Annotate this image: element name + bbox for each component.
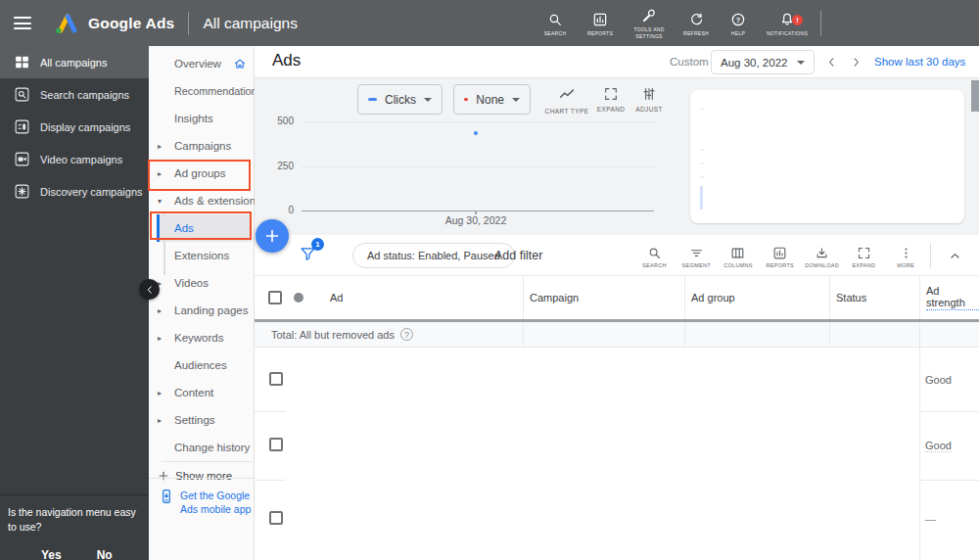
add-filter-button[interactable]: Add filter — [494, 235, 542, 276]
next-date-button[interactable] — [845, 51, 866, 72]
columns-button[interactable]: COLUMNS — [718, 239, 760, 274]
chevron-right-icon: ▸ — [158, 389, 162, 397]
nav-item-ads-extensions[interactable]: ▾Ads & extensions — [149, 187, 254, 214]
table-header-row: Ad Campaign Ad group Status Ad strength — [255, 276, 979, 319]
nav-item-change-history[interactable]: Change history — [149, 434, 254, 461]
ad-strength-value: Good — [925, 374, 952, 386]
table-search-button[interactable]: SEARCH — [633, 239, 676, 274]
topbar: Google Ads All campaigns SEARCH REPORTS … — [0, 0, 979, 46]
sidebar-item-discovery-campaigns[interactable]: Discovery campaigns — [0, 175, 149, 208]
nav-item-recommendations[interactable]: Recommendations — [149, 77, 254, 105]
y-axis-tick-0: 0 — [258, 205, 294, 215]
date-range-mode: Custom — [670, 56, 709, 68]
filter-count-badge: 1 — [311, 238, 324, 251]
series-color-swatch — [464, 98, 468, 102]
notifications-button[interactable]: NOTIFICATIONS ! — [759, 10, 816, 37]
status-dot-icon — [294, 293, 303, 303]
nav-item-ads[interactable]: Ads — [157, 214, 252, 242]
download-button[interactable]: DOWNLOAD — [801, 239, 843, 274]
column-header-ad-strength[interactable]: Ad strength — [919, 276, 979, 319]
nav-item-insights[interactable]: Insights — [149, 105, 254, 132]
gridline — [302, 166, 654, 167]
create-ad-button[interactable] — [256, 219, 289, 253]
page-title: Ads — [272, 51, 301, 70]
main-menu-icon[interactable] — [14, 17, 31, 29]
sidebar-item-display-campaigns[interactable]: Display campaigns — [0, 111, 149, 143]
segment-button[interactable]: SEGMENT — [676, 239, 718, 274]
row-checkbox[interactable] — [269, 372, 283, 386]
chevron-right-icon: ▸ — [158, 306, 162, 315]
column-header-ad-group[interactable]: Ad group — [684, 276, 829, 319]
row-checkbox[interactable] — [269, 438, 283, 451]
column-header-ad[interactable]: Ad — [330, 292, 343, 303]
previous-date-button[interactable] — [820, 51, 842, 72]
chevron-right-icon: ▸ — [158, 416, 162, 425]
select-all-checkbox[interactable] — [268, 291, 282, 304]
sliders-icon — [641, 86, 657, 102]
column-header-campaign[interactable]: Campaign — [523, 276, 684, 319]
collapse-nav-button[interactable] — [139, 279, 160, 300]
table-reports-button[interactable]: REPORTS — [759, 239, 801, 274]
table-row[interactable]: — — [255, 480, 979, 560]
nav-item-campaigns[interactable]: ▸Campaigns — [149, 132, 254, 160]
nav-item-keywords[interactable]: ▸Keywords — [149, 324, 254, 351]
nav-item-content[interactable]: ▸Content — [149, 379, 254, 406]
summary-card — [690, 90, 964, 223]
row-checkbox[interactable] — [269, 511, 283, 525]
sidebar-item-video-campaigns[interactable]: Video campaigns — [0, 143, 149, 175]
vertical-scrollbar[interactable] — [971, 80, 979, 112]
ad-strength-value: — — [925, 513, 936, 525]
mobile-app-link[interactable]: Get the Google Ads mobile app — [149, 478, 254, 516]
caret-down-icon — [512, 98, 520, 102]
table-row[interactable]: Good — [255, 348, 979, 411]
plus-icon — [262, 226, 282, 246]
chevron-down-icon: ▾ — [158, 197, 162, 206]
secondary-metric-selector[interactable]: None — [453, 84, 531, 115]
page-header: Ads Custom Aug 30, 2022 Show last 30 day… — [255, 46, 979, 78]
nav-item-audiences[interactable]: Audiences — [149, 351, 254, 379]
caret-down-icon — [797, 61, 805, 65]
phone-icon — [159, 489, 174, 504]
ad-status-filter-chip[interactable]: Ad status: Enabled, Paused — [352, 243, 515, 268]
adjust-chart-button[interactable]: ADJUST — [627, 86, 672, 113]
table-tools: SEARCH SEGMENT COLUMNS REPORTS DOWNLOAD … — [633, 239, 927, 274]
tools-and-settings-button[interactable]: TOOLS AND SETTINGS — [624, 6, 675, 40]
help-button[interactable]: HELP — [718, 10, 759, 37]
google-ads-logo-icon — [53, 11, 78, 36]
table-row[interactable]: Good — [255, 411, 979, 480]
show-last-30-days-link[interactable]: Show last 30 days — [874, 56, 965, 68]
search-button[interactable]: SEARCH — [534, 10, 577, 37]
date-range-selector[interactable]: Aug 30, 2022 — [711, 50, 815, 74]
gridline — [302, 121, 654, 122]
series-color-swatch — [368, 98, 377, 102]
chart-type-button[interactable]: CHART TYPE — [544, 86, 589, 115]
topbar-divider — [188, 12, 189, 35]
survey-panel: Is the navigation menu easy to use? Yes … — [0, 494, 149, 560]
reports-button[interactable]: REPORTS — [577, 10, 624, 37]
help-icon[interactable]: ? — [400, 328, 413, 341]
expand-table-button[interactable]: EXPAND — [843, 239, 885, 274]
caret-down-icon — [424, 98, 432, 102]
sidebar-item-all-campaigns[interactable]: All campaigns — [0, 46, 149, 78]
nav-item-ad-groups[interactable]: ▸Ad groups — [149, 160, 254, 187]
survey-question: Is the navigation menu easy to use? — [8, 505, 141, 535]
column-header-status[interactable]: Status — [829, 276, 919, 319]
survey-no-button[interactable]: No — [97, 548, 113, 560]
nav-item-landing-pages[interactable]: ▸Landing pages — [149, 297, 254, 324]
more-button[interactable]: MORE — [885, 239, 927, 274]
x-axis-line — [302, 210, 654, 211]
account-context-label: All campaigns — [203, 15, 298, 32]
collapse-chart-button[interactable] — [941, 242, 968, 269]
y-axis-tick-250: 250 — [258, 161, 294, 171]
table-body: Good Good — — [255, 348, 979, 560]
total-row: Total: All but removed ads ? — [255, 322, 979, 348]
nav-item-settings[interactable]: ▸Settings — [149, 406, 254, 434]
topbar-actions: SEARCH REPORTS TOOLS AND SETTINGS REFRES… — [534, 0, 821, 46]
survey-yes-button[interactable]: Yes — [41, 548, 62, 560]
primary-metric-selector[interactable]: Clicks — [357, 84, 443, 115]
sidebar-item-search-campaigns[interactable]: Search campaigns — [0, 78, 149, 111]
refresh-button[interactable]: REFRESH — [675, 10, 718, 37]
notification-badge: ! — [792, 15, 803, 25]
filter-toolbar: 1 Ad status: Enabled, Paused Add filter … — [255, 235, 979, 276]
nav-item-overview[interactable]: Overview — [149, 50, 254, 77]
